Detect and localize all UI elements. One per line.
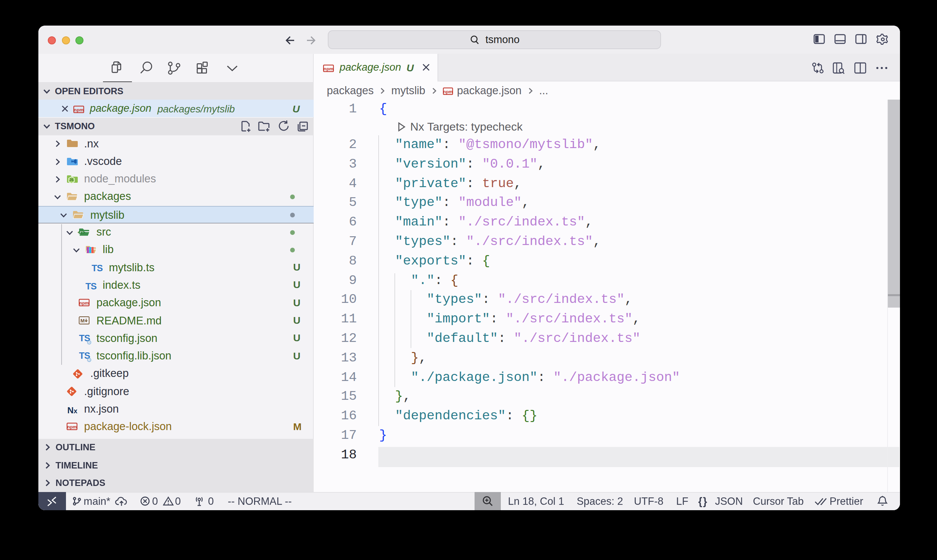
svg-text:npm: npm (443, 89, 453, 94)
svg-text:M: M (81, 318, 85, 323)
svg-text:JS: JS (69, 178, 74, 182)
svg-text:npm: npm (74, 107, 83, 112)
svg-text:npm: npm (67, 425, 77, 429)
svg-text:npm: npm (79, 300, 89, 306)
svg-text:npm: npm (323, 66, 333, 71)
